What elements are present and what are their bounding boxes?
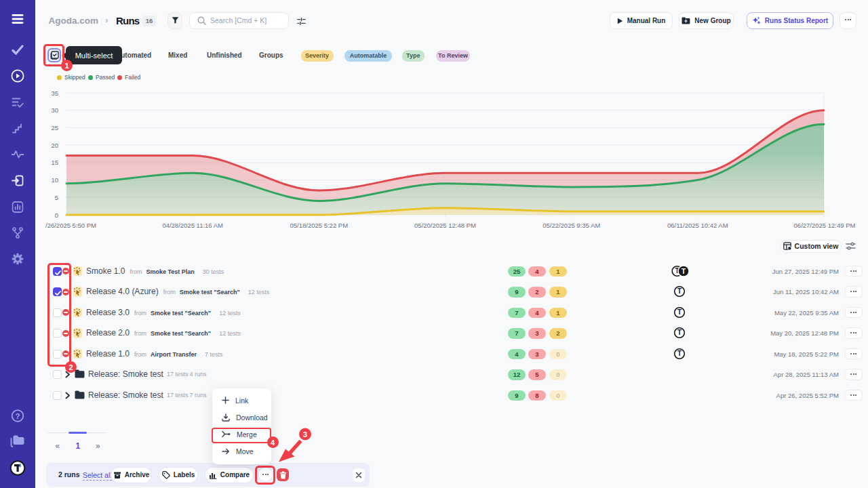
svg-text:0: 0 [55,211,58,219]
svg-text:06/27/2025 12:49 PM: 06/27/2025 12:49 PM [794,222,856,229]
svg-text:T: T [682,266,686,274]
svg-text:20: 20 [51,142,58,149]
svg-text:30: 30 [51,106,58,114]
svg-text:04/28/2025 11:16 AM: 04/28/2025 11:16 AM [162,222,223,229]
svg-text:/26/2025 5:50 PM: /26/2025 5:50 PM [45,222,96,229]
svg-text:05/20/2025 12:48 PM: 05/20/2025 12:48 PM [414,222,476,229]
svg-text:?: ? [15,412,20,420]
svg-text:10: 10 [51,176,58,184]
svg-text:5: 5 [55,194,58,201]
svg-text:25: 25 [51,124,58,131]
svg-text:T: T [677,308,682,316]
svg-text:06/11/2025 10:42 AM: 06/11/2025 10:42 AM [667,222,728,229]
svg-text:T: T [677,288,682,296]
svg-text:35: 35 [51,89,58,97]
svg-text:3: 3 [303,430,307,439]
svg-text:T: T [677,329,682,336]
svg-text:05/18/2025 5:22 PM: 05/18/2025 5:22 PM [290,222,349,229]
svg-text:15: 15 [51,159,58,166]
svg-text:05/22/2025 9:35 AM: 05/22/2025 9:35 AM [542,222,600,229]
svg-text:T: T [677,350,682,357]
